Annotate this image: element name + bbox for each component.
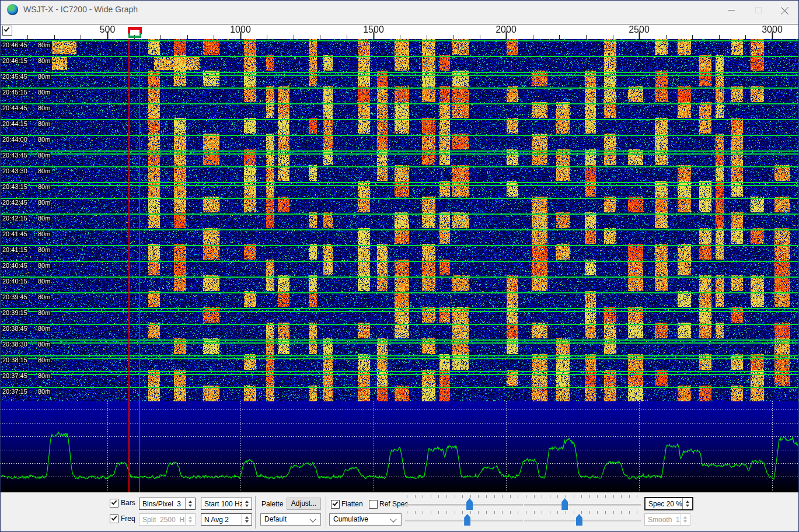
flatten-label: Flatten [341, 500, 363, 508]
bars-label: Bars [121, 499, 135, 507]
slider-groove[interactable] [524, 504, 641, 506]
start-freq-value: Start 100 Hz [201, 500, 242, 508]
spinner-arrows-icon[interactable] [242, 514, 252, 525]
split-freq-spinbox: Split 2500 Hz [139, 513, 196, 526]
smooth-value: Smooth 1 [645, 516, 680, 524]
freq-checkbox[interactable] [110, 514, 118, 523]
n-avg-value: N Avg 2 [201, 516, 242, 524]
window-title: WSJT-X - IC7200 - Wide Graph [23, 1, 138, 19]
waterfall-display[interactable] [1, 39, 798, 401]
spectrum-display[interactable] [1, 401, 798, 492]
slider-groove[interactable] [524, 520, 641, 522]
slider-thumb[interactable] [464, 514, 470, 526]
scale-checkbox[interactable] [2, 26, 12, 36]
wide-graph-window: WSJT-X - IC7200 - Wide Graph Bars Bins/P… [0, 0, 799, 532]
n-avg-spinbox[interactable]: N Avg 2 [201, 513, 252, 526]
smooth-spinbox: Smooth 1 [644, 513, 690, 526]
frequency-scale[interactable] [1, 24, 798, 39]
slider-thumb[interactable] [576, 514, 582, 526]
zero-slider-waterfall[interactable] [405, 510, 523, 526]
slider-ticks [526, 511, 639, 514]
spinner-arrows-icon[interactable] [242, 498, 252, 509]
chevron-down-icon [309, 516, 316, 522]
spinner-arrows-icon[interactable] [185, 498, 195, 509]
minimize-button[interactable] [718, 1, 745, 19]
spec-percent-spinbox[interactable]: Spec 20 % [644, 497, 693, 510]
bins-pixel-value: Bins/Pixel 3 [139, 500, 185, 508]
maximize-icon [755, 7, 762, 13]
slider-ticks [407, 511, 521, 514]
separator [326, 496, 326, 528]
start-freq-spinbox[interactable]: Start 100 Hz [201, 498, 252, 510]
tx-freq-line [139, 39, 140, 492]
slider-thumb[interactable] [561, 498, 568, 510]
adjust-button[interactable]: Adjust... [287, 498, 321, 510]
window-controls [718, 1, 798, 19]
spinner-arrows-icon [185, 514, 195, 525]
slider-groove[interactable] [405, 520, 523, 522]
rx-freq-marker[interactable] [128, 33, 141, 38]
mode-select[interactable]: Cumulative [329, 513, 402, 526]
rx-freq-line [128, 39, 130, 492]
bins-pixel-spinbox[interactable]: Bins/Pixel 3 [139, 498, 196, 510]
spinner-arrows-icon [680, 514, 690, 525]
split-freq-value: Split 2500 Hz [139, 516, 185, 524]
palette-select-value: Default [264, 515, 287, 523]
freq-label: Freq [121, 514, 135, 523]
slider-thumb[interactable] [466, 498, 473, 510]
wsjtx-globe-icon [7, 4, 18, 15]
control-bar: Bars Bins/Pixel 3 Start 100 Hz Freq Spli… [1, 492, 798, 532]
minimize-icon [728, 10, 735, 10]
spinner-arrows-icon[interactable] [682, 498, 692, 509]
maximize-button [745, 1, 772, 19]
separator [255, 496, 256, 528]
close-button[interactable] [772, 1, 798, 19]
bars-checkbox[interactable] [110, 499, 118, 508]
slider-ticks [526, 495, 639, 498]
ref-spec-label: Ref Spec [379, 500, 408, 508]
mode-select-value: Cumulative [333, 515, 368, 523]
flatten-checkbox[interactable] [331, 500, 340, 509]
palette-label: Palette [261, 500, 283, 508]
chevron-down-icon [390, 516, 396, 522]
palette-select[interactable]: Default [260, 513, 321, 526]
slider-groove[interactable] [405, 504, 523, 506]
gain-slider-right[interactable] [524, 495, 641, 510]
titlebar[interactable]: WSJT-X - IC7200 - Wide Graph [1, 1, 798, 19]
frequency-scale-area [1, 24, 798, 39]
gain-slider-waterfall[interactable] [405, 495, 523, 510]
close-icon [781, 6, 789, 14]
spec-percent-value: Spec 20 % [646, 500, 682, 508]
zero-slider-right[interactable] [524, 510, 641, 526]
slider-ticks [407, 495, 521, 498]
ref-spec-checkbox[interactable] [369, 500, 378, 509]
